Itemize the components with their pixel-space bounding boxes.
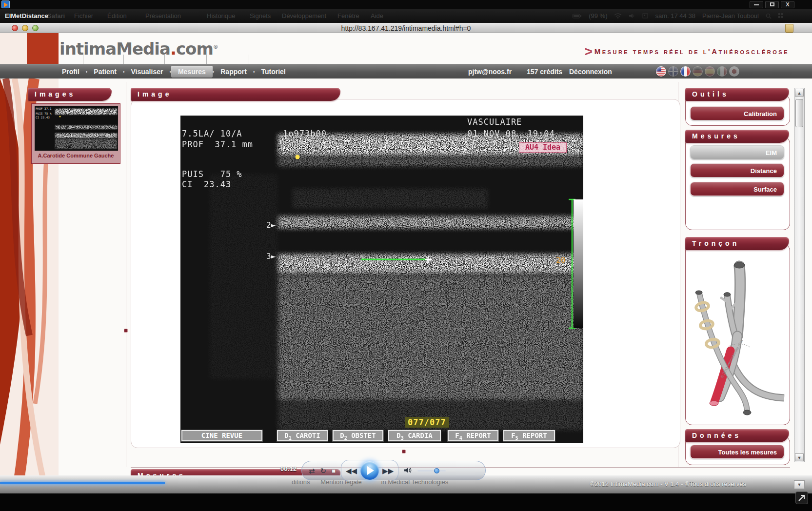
marker-dot: [296, 155, 300, 159]
header-divider: [249, 55, 249, 64]
flag-fr-icon[interactable]: [680, 66, 691, 77]
background-swirl-graphic: [0, 33, 59, 493]
credits-badge: 157 crédits: [527, 68, 562, 76]
toutes-les-mesures-button[interactable]: Toutes les mesures: [690, 445, 784, 459]
us-depth-value: 20: [556, 256, 565, 265]
us-button-cine-revue[interactable]: CINE REVUE: [181, 430, 262, 441]
nav-visualiser[interactable]: Visualiser: [125, 68, 170, 76]
us-mode: VASCULAIRE: [467, 117, 522, 127]
marker-arrow-icon: ►: [271, 220, 276, 230]
thumb-overlay-text: PROF 37.1: [36, 107, 52, 110]
search-icon[interactable]: [766, 13, 772, 19]
us-button-cardia[interactable]: D3 CARDIA: [388, 430, 441, 441]
us-button-obstet[interactable]: D2 OBSTET: [333, 430, 383, 441]
donnees-panel-header: Données: [685, 429, 789, 442]
nav-profil[interactable]: Profil: [56, 68, 86, 76]
us-puis: PUIS 75 %: [182, 169, 242, 179]
video-player-window: X EIMetDistance Safari Fichier Édition P…: [0, 0, 812, 511]
flag-jp-icon[interactable]: [729, 66, 739, 77]
nav-patient[interactable]: Patient: [87, 68, 123, 76]
battery-icon: [572, 14, 582, 19]
scrollbar-up-arrow[interactable]: ▲: [795, 89, 804, 97]
logo-dot: .: [170, 39, 176, 59]
thumb-overlay-text: PUIS 75 %: [36, 112, 52, 115]
mac-menubar: Safari Fichier Édition Présentation Hist…: [0, 9, 812, 23]
fast-forward-icon[interactable]: ▶▶: [382, 467, 394, 474]
url-text[interactable]: http://83.167.41.219/intimamedia.html#h=…: [0, 24, 812, 32]
window-minimize-button[interactable]: [750, 1, 763, 8]
us-button-caroti[interactable]: D1 CAROTI: [277, 430, 328, 441]
marker-arrow-icon: ►: [271, 252, 276, 261]
flag-de-icon[interactable]: [693, 66, 703, 77]
us-marker-3: 3►: [266, 252, 276, 261]
us-button-report-f5[interactable]: F5 REPORT: [503, 430, 555, 441]
eim-button[interactable]: EIM: [690, 145, 784, 159]
volume-speaker-icon[interactable]: [404, 467, 412, 474]
menu-aide[interactable]: Aide: [371, 12, 383, 20]
player-app-icon: [1, 0, 10, 8]
rewind-icon[interactable]: ◀◀: [346, 467, 357, 474]
flag-it-icon[interactable]: [717, 66, 727, 77]
volume-icon: [629, 13, 635, 19]
menu-signets[interactable]: Signets: [250, 12, 271, 20]
nav-tutoriel[interactable]: Tutoriel: [255, 68, 292, 76]
stop-icon[interactable]: ■: [332, 468, 336, 474]
volume-slider-knob[interactable]: [434, 468, 439, 473]
player-controls: ⇄ ↻ ■ ◀◀ ▶▶: [301, 461, 486, 480]
menu-edition[interactable]: Édition: [107, 12, 127, 20]
player-window-title: EIMetDistance: [5, 12, 48, 20]
scrollbar-down-arrow-secondary[interactable]: ▼: [794, 480, 805, 489]
menu-developpement[interactable]: Développement: [282, 12, 326, 20]
menu-presentation[interactable]: Présentation: [145, 12, 181, 20]
measurement-crosshair[interactable]: [425, 256, 432, 263]
distance-button[interactable]: Distance: [690, 163, 784, 177]
flag-gb-icon[interactable]: [668, 66, 678, 77]
scrollbar-thumb[interactable]: [795, 99, 803, 127]
spaces-icon[interactable]: [778, 13, 784, 19]
thumbnail-card[interactable]: PROF 37.1 PUIS 75 % CI 23.43 A.Carotide …: [31, 103, 120, 164]
flag-es-icon[interactable]: [705, 66, 715, 77]
column-divider: [126, 82, 126, 467]
play-button[interactable]: [360, 461, 379, 480]
tagline-chevron-icon: >: [584, 44, 592, 59]
menu-historique[interactable]: Historique: [207, 12, 236, 20]
us-button-report-f4[interactable]: F4 REPORT: [448, 430, 498, 441]
mesures-panel-header: Mesures: [685, 130, 789, 143]
menu-safari[interactable]: Safari: [47, 12, 65, 20]
volume-slider[interactable]: [417, 470, 446, 472]
window-close-button[interactable]: X: [781, 1, 794, 8]
logout-link[interactable]: Déconnexion: [569, 68, 612, 76]
player-popout-icon[interactable]: [795, 491, 808, 504]
shuffle-icon[interactable]: ⇄: [309, 467, 315, 474]
menu-fenetre[interactable]: Fenêtre: [337, 12, 359, 20]
transport-group: ◀◀ ▶▶: [341, 460, 398, 481]
repeat-icon[interactable]: ↻: [320, 467, 327, 474]
window-maximize-button[interactable]: [765, 1, 779, 8]
webpage: intimaMedia.com® >Mesure temps réel de l…: [0, 33, 812, 493]
playback-progress-bar[interactable]: [0, 482, 165, 484]
us-study-id: 1o973b00: [283, 129, 327, 138]
scrollbar-down-arrow[interactable]: ▼: [795, 453, 804, 461]
nav-mesures[interactable]: Mesures: [171, 66, 213, 78]
menubar-clock[interactable]: sam. 17 44 38: [655, 12, 695, 20]
logo-registered-mark: ®: [213, 44, 218, 50]
flag-us-icon[interactable]: [656, 66, 666, 77]
surface-button[interactable]: Surface: [690, 182, 784, 196]
ultrasound-image[interactable]: VASCULAIRE 7.5LA/ 10/A 1o973b00 01 NOV 0…: [180, 116, 583, 443]
image-panel-header: Image: [131, 88, 340, 101]
copyright-text: ©2012 IntimaMedia.com - V 1.4 - ®Tous dr…: [590, 480, 746, 488]
plugin-badge-icon[interactable]: [785, 24, 793, 33]
splitter-handle-left[interactable]: [124, 329, 128, 333]
thumbnail-caption: A.Carotide Commune Gauche: [32, 153, 120, 158]
ultrasound-annotations: [180, 116, 583, 443]
scrollbar-track[interactable]: ▲ ▼: [794, 88, 805, 462]
menubar-user[interactable]: Pierre-Jean Touboul: [702, 12, 759, 20]
menu-fichier[interactable]: Fichier: [74, 12, 93, 20]
troncon-panel-box: © 2011 IntimaMedia.com: [685, 244, 790, 425]
nav-rapport[interactable]: Rapport: [214, 68, 253, 76]
splitter-handle-bottom[interactable]: [402, 450, 406, 453]
thumb-overlay-text: CI 23.43: [36, 116, 50, 119]
calibration-button[interactable]: Calibration: [690, 106, 784, 120]
carotid-artery-diagram[interactable]: © 2011 IntimaMedia.com: [691, 251, 785, 419]
grayscale-bar: [574, 199, 583, 328]
